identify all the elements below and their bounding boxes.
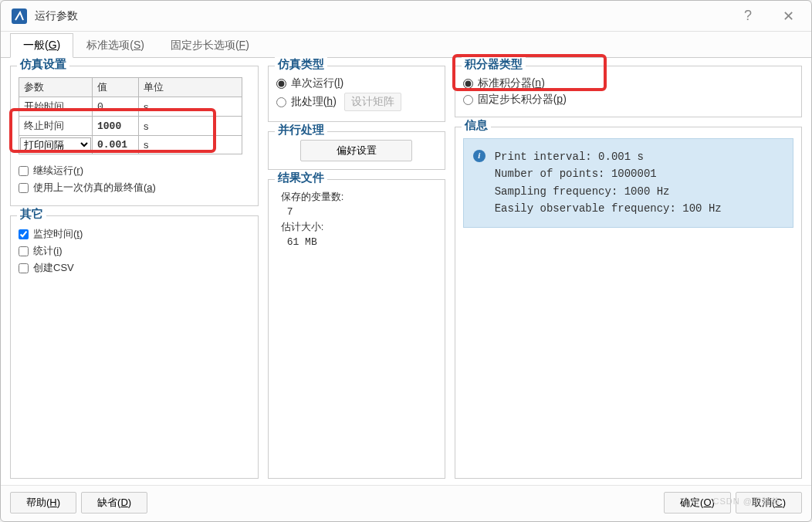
table-row: 打印间隔 0.001 s bbox=[19, 136, 242, 154]
group-title-parallel: 并行处理 bbox=[275, 123, 327, 137]
fixed-step-integrator-label: 固定步长积分器(p) bbox=[478, 93, 567, 107]
standard-integrator-label: 标准积分器(n) bbox=[478, 76, 545, 90]
standard-integrator-radio[interactable] bbox=[463, 79, 473, 89]
stats-checkbox[interactable] bbox=[19, 246, 29, 256]
info-icon: i bbox=[473, 150, 486, 162]
group-title-integrator: 积分器类型 bbox=[462, 57, 526, 72]
print-interval-unit: s bbox=[139, 136, 242, 154]
group-title-sim-settings: 仿真设置 bbox=[17, 57, 69, 72]
content-area: 仿真设置 参数 值 单位 开始时间 0 s 终止时间 1000 bbox=[1, 58, 811, 485]
table-row: 开始时间 0 s bbox=[19, 97, 242, 117]
batch-radio[interactable] bbox=[276, 97, 286, 107]
batch-label: 批处理(h) bbox=[291, 95, 337, 109]
table-row: 终止时间 1000 s bbox=[19, 117, 242, 136]
est-size-label: 估计大小: bbox=[281, 220, 437, 234]
group-integrator: 积分器类型 标准积分器(n) 固定步长积分器(p) bbox=[455, 66, 802, 117]
use-last-final-checkbox[interactable] bbox=[19, 183, 29, 193]
start-time-value[interactable]: 0 bbox=[93, 97, 139, 117]
window-title: 运行参数 bbox=[35, 9, 78, 23]
col-param: 参数 bbox=[19, 78, 93, 97]
saved-vars-label: 保存的变量数: bbox=[281, 190, 437, 204]
create-csv-checkbox[interactable] bbox=[19, 263, 29, 273]
info-box: i Print interval: 0.001 s Number of poin… bbox=[463, 138, 793, 228]
info-text: Print interval: 0.001 s Number of points… bbox=[495, 148, 722, 218]
tabstrip: 一般(G) 标准选项(S) 固定步长选项(F) bbox=[1, 33, 811, 58]
group-title-results: 结果文件 bbox=[275, 171, 327, 185]
titlebar: 运行参数 ? ✕ bbox=[1, 1, 811, 32]
end-time-label: 终止时间 bbox=[19, 117, 93, 136]
group-results: 结果文件 保存的变量数: 7 估计大小: 61 MB bbox=[268, 179, 445, 479]
window: 运行参数 ? ✕ 一般(G) 标准选项(S) 固定步长选项(F) 仿真设置 参数… bbox=[0, 0, 812, 522]
fixed-step-integrator-radio[interactable] bbox=[463, 95, 473, 105]
group-title-other: 其它 bbox=[17, 207, 46, 222]
group-title-sim-type: 仿真类型 bbox=[275, 57, 327, 72]
est-size-value: 61 MB bbox=[287, 236, 437, 248]
continue-run-checkbox[interactable] bbox=[19, 166, 29, 176]
preferences-button[interactable]: 偏好设置 bbox=[300, 140, 413, 161]
info-line-sampling-freq: Sampling frequency: 1000 Hz bbox=[495, 183, 722, 200]
table-header-row: 参数 值 单位 bbox=[19, 78, 242, 97]
settings-table: 参数 值 单位 开始时间 0 s 终止时间 1000 s bbox=[19, 77, 242, 154]
col-value: 值 bbox=[93, 78, 139, 97]
use-last-final-label: 使用上一次仿真的最终值(a) bbox=[33, 181, 156, 195]
single-run-label: 单次运行(l) bbox=[291, 76, 343, 90]
group-title-info: 信息 bbox=[462, 118, 491, 133]
close-icon[interactable]: ✕ bbox=[776, 5, 800, 28]
col-unit: 单位 bbox=[139, 78, 242, 97]
single-run-radio[interactable] bbox=[276, 79, 286, 89]
column-middle: 仿真类型 单次运行(l) 批处理(h) 设计矩阵 并行处理 偏好设置 结果文件 … bbox=[268, 66, 445, 479]
group-parallel: 并行处理 偏好设置 bbox=[268, 131, 445, 170]
group-sim-type: 仿真类型 单次运行(l) 批处理(h) 设计矩阵 bbox=[268, 66, 445, 122]
info-line-print-interval: Print interval: 0.001 s bbox=[495, 148, 722, 165]
group-sim-settings: 仿真设置 参数 值 单位 开始时间 0 s 终止时间 1000 bbox=[10, 66, 259, 206]
title-controls: ? ✕ bbox=[738, 5, 800, 28]
watermark: CSDN @王莽莽 bbox=[713, 496, 780, 507]
start-time-unit: s bbox=[139, 97, 242, 117]
column-right: 积分器类型 标准积分器(n) 固定步长积分器(p) 信息 i Print int… bbox=[455, 66, 802, 479]
help-icon[interactable]: ? bbox=[738, 5, 758, 27]
monitor-time-label: 监控时间(t) bbox=[33, 227, 83, 241]
defaults-button[interactable]: 缺省(D) bbox=[81, 492, 147, 514]
app-icon bbox=[12, 8, 27, 24]
help-button[interactable]: 帮助(H) bbox=[10, 492, 76, 514]
continue-run-label: 继续运行(r) bbox=[33, 164, 83, 178]
end-time-unit: s bbox=[139, 117, 242, 136]
tab-standard-options[interactable]: 标准选项(S) bbox=[73, 33, 157, 57]
footer: 帮助(H) 缺省(D) 确定(O) 取消(C) bbox=[1, 485, 811, 521]
saved-vars-value: 7 bbox=[287, 206, 437, 218]
end-time-value[interactable]: 1000 bbox=[93, 117, 139, 136]
group-info: 信息 i Print interval: 0.001 s Number of p… bbox=[455, 127, 802, 479]
tab-general[interactable]: 一般(G) bbox=[10, 33, 73, 58]
tab-fixed-step-options[interactable]: 固定步长选项(F) bbox=[157, 33, 262, 57]
monitor-time-checkbox[interactable] bbox=[19, 229, 29, 239]
create-csv-label: 创建CSV bbox=[33, 261, 74, 275]
info-line-points: Number of points: 1000001 bbox=[495, 165, 722, 182]
stats-label: 统计(i) bbox=[33, 244, 63, 258]
column-left: 仿真设置 参数 值 单位 开始时间 0 s 终止时间 1000 bbox=[10, 66, 259, 479]
start-time-label: 开始时间 bbox=[19, 97, 93, 117]
group-other: 其它 监控时间(t) 统计(i) 创建CSV bbox=[10, 215, 259, 479]
print-interval-label[interactable]: 打印间隔 bbox=[19, 136, 93, 154]
design-matrix-button: 设计矩阵 bbox=[344, 93, 401, 111]
print-interval-select[interactable]: 打印间隔 bbox=[20, 137, 91, 152]
info-line-observable-freq: Easily observable frequency: 100 Hz bbox=[495, 200, 722, 217]
print-interval-value[interactable]: 0.001 bbox=[93, 136, 139, 154]
